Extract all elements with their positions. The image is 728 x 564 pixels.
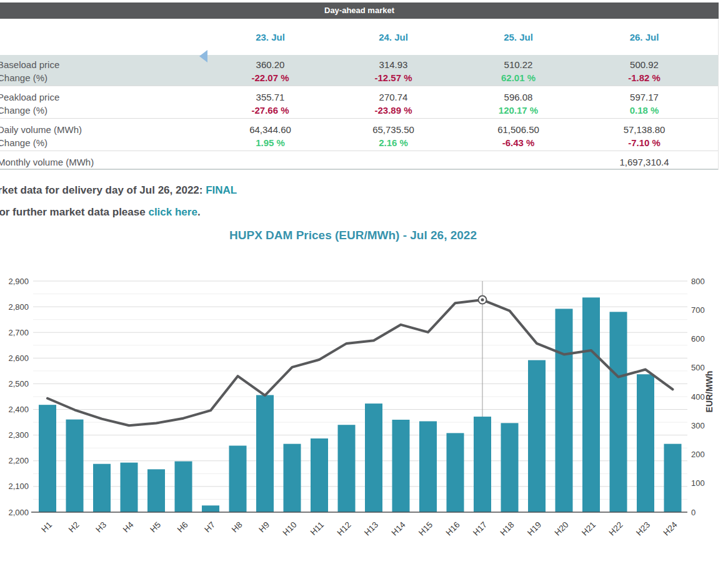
date-nav-cell: [0, 19, 209, 55]
volume-bar-H5[interactable]: [147, 469, 165, 512]
left-axis-tick-label: 2,000: [8, 508, 29, 517]
right-axis-tick-label: 400: [691, 392, 705, 402]
row-label: Peakload price: [0, 91, 209, 104]
volume-bar-H16[interactable]: [447, 433, 464, 512]
change-cell: -23.89 %: [332, 104, 455, 117]
x-axis-label-H11: H11: [309, 520, 326, 537]
x-axis-label-H5: H5: [148, 520, 162, 535]
volume-bar-H14[interactable]: [392, 420, 410, 512]
row-label: Change (%): [0, 71, 209, 84]
right-axis-tick-label: 600: [691, 334, 705, 344]
volume-bar-H18[interactable]: [501, 423, 519, 512]
value-cell: 360.20: [209, 58, 332, 71]
date-column-header: 26. Jul: [582, 19, 707, 55]
right-axis-tick-label: 500: [691, 363, 705, 372]
change-cell: -7.10 %: [582, 136, 707, 149]
x-axis-label-H4: H4: [121, 520, 136, 534]
change-cell: 1.95 %: [209, 136, 332, 149]
left-axis-tick-label: 2,400: [8, 405, 29, 414]
click-here-link[interactable]: click here: [148, 206, 197, 218]
final-status-badge: FINAL: [206, 184, 237, 196]
volume-bar-H7[interactable]: [202, 505, 219, 512]
value-cell: 314.93: [332, 58, 455, 71]
date-column-header: 24. Jul: [332, 19, 455, 55]
change-cell: -22.07 %: [209, 71, 332, 84]
x-axis-label-H19: H19: [526, 520, 543, 538]
dam-prices-chart[interactable]: 2,0002,1002,2002,3002,4002,5002,6002,700…: [0, 262, 728, 564]
right-axis-tick-label: 0: [691, 508, 696, 517]
x-axis-label-H20: H20: [553, 520, 571, 538]
peakload-values-line: Peakload price 355.71 270.74 596.08 597.…: [0, 91, 719, 104]
x-axis-label-H9: H9: [257, 520, 271, 535]
table-right-border: [718, 19, 719, 170]
x-axis-label-H3: H3: [94, 520, 108, 535]
volume-bar-H12[interactable]: [338, 425, 356, 512]
change-cell: -6.43 %: [455, 136, 582, 149]
change-cell: -1.82 %: [582, 71, 707, 84]
volume-bar-H10[interactable]: [284, 444, 301, 512]
volume-bar-H15[interactable]: [419, 421, 437, 512]
further-data-text: For further market data please: [0, 206, 148, 218]
day-ahead-market-page: { "header": { "title": "Day-ahead market…: [0, 0, 728, 564]
value-cell: [332, 156, 455, 169]
volume-bar-H9[interactable]: [256, 395, 274, 512]
peakload-change-line: Change (%) -27.66 % -23.89 % 120.17 % 0.…: [0, 104, 719, 117]
highlight-marker-dot: [481, 299, 484, 302]
section-header-bar: Day-ahead market: [0, 2, 719, 19]
value-cell: 1,697,310.4: [582, 156, 707, 169]
x-axis-label-H1: H1: [39, 520, 54, 535]
section-title: Day-ahead market: [0, 2, 719, 19]
baseload-values-line: Baseload price 360.20 314.93 510.22 500.…: [0, 58, 719, 71]
value-cell: [455, 156, 582, 169]
change-cell: 62.01 %: [455, 71, 582, 84]
table-row-baseload: Baseload price 360.20 314.93 510.22 500.…: [0, 55, 719, 86]
x-axis-label-H16: H16: [444, 520, 462, 538]
right-axis-title: EUR/MWh: [704, 371, 714, 413]
value-cell: 597.17: [582, 91, 707, 104]
volume-bar-H17[interactable]: [474, 417, 491, 512]
chevron-left-icon[interactable]: [199, 50, 207, 62]
volume-bar-H19[interactable]: [528, 360, 546, 512]
date-column-header: 25. Jul: [455, 19, 582, 55]
table-row-peakload: Peakload price 355.71 270.74 596.08 597.…: [0, 86, 719, 118]
volume-bar-H11[interactable]: [311, 438, 328, 512]
volume-bar-H13[interactable]: [365, 403, 382, 512]
chart-title: HUPX DAM Prices (EUR/MWh) - Jul 26, 2022: [0, 229, 706, 242]
right-axis-tick-label: 700: [691, 305, 705, 315]
table-row-monthly-volume: Monthly volume (MWh) 1,697,310.4: [0, 151, 719, 170]
further-data-line: For further market data please click her…: [0, 206, 201, 219]
left-axis-tick-label: 2,700: [8, 328, 29, 337]
left-axis-tick-label: 2,300: [8, 430, 29, 440]
right-axis-tick-label: 200: [691, 450, 705, 459]
volume-bar-H2[interactable]: [66, 420, 84, 512]
row-label: Monthly volume (MWh): [0, 156, 209, 169]
value-cell: 500.92: [582, 58, 707, 71]
daily-volume-change-line: Change (%) 1.95 % 2.16 % -6.43 % -7.10 %: [0, 136, 719, 149]
volume-bar-H21[interactable]: [582, 297, 600, 512]
x-axis-label-H12: H12: [336, 520, 353, 538]
baseload-change-line: Change (%) -22.07 % -12.57 % 62.01 % -1.…: [0, 71, 719, 84]
left-axis-tick-label: 2,800: [8, 302, 29, 312]
row-label: Daily volume (MWh): [0, 123, 209, 136]
value-cell: 61,506.50: [455, 123, 582, 136]
volume-bar-H8[interactable]: [229, 446, 247, 512]
volume-bar-H23[interactable]: [637, 374, 654, 512]
market-data-status-line: Market data for delivery day of Jul 26, …: [0, 184, 237, 197]
x-axis-label-H7: H7: [202, 520, 217, 535]
x-axis-label-H15: H15: [417, 520, 434, 538]
volume-bar-H24[interactable]: [664, 444, 682, 512]
volume-bar-H20[interactable]: [556, 309, 573, 512]
row-label: Change (%): [0, 104, 209, 117]
price-line: [47, 300, 673, 425]
right-axis-tick-label: 300: [691, 421, 705, 430]
left-axis-tick-label: 2,100: [8, 482, 29, 491]
volume-bar-H1[interactable]: [39, 405, 56, 512]
date-header-row: 23. Jul 24. Jul 25. Jul 26. Jul: [0, 19, 719, 55]
volume-bar-H22[interactable]: [610, 312, 627, 512]
volume-bar-H3[interactable]: [93, 464, 111, 512]
value-cell: 270.74: [332, 91, 455, 104]
x-axis-label-H10: H10: [281, 520, 299, 538]
x-axis-label-H14: H14: [390, 520, 407, 537]
volume-bar-H4[interactable]: [121, 463, 138, 512]
volume-bar-H6[interactable]: [175, 462, 192, 512]
